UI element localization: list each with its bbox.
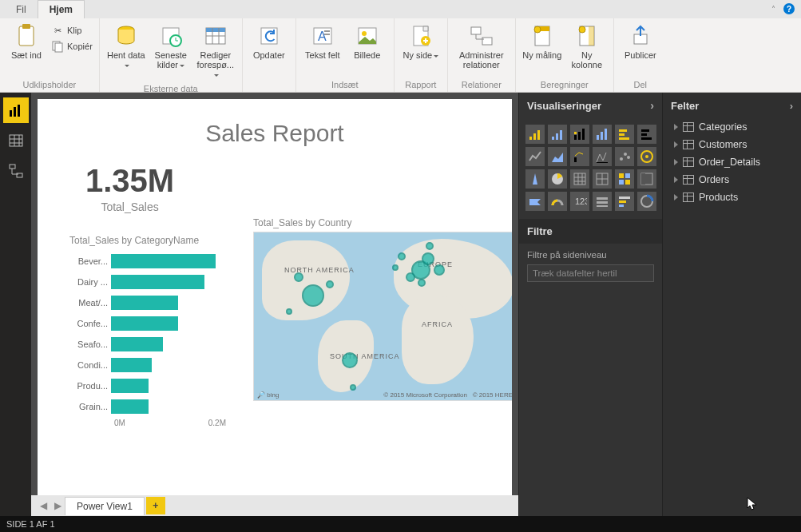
get-data-button[interactable]: Hent data — [105, 20, 148, 73]
new-measure-label: Ny måling — [522, 50, 561, 60]
collapse-fields-icon[interactable]: › — [790, 100, 793, 112]
textbox-button[interactable]: A Tekst felt — [301, 20, 344, 63]
publish-button[interactable]: Publicer — [619, 20, 662, 63]
viz-type-icon[interactable] — [570, 147, 589, 166]
map-visual[interactable]: Total_Sales by Country NORTH AMERICA EUR… — [253, 217, 512, 401]
recent-icon — [158, 23, 184, 49]
viz-type-icon[interactable] — [615, 169, 634, 189]
field-table-label: Products — [699, 192, 738, 203]
viz-type-icon[interactable] — [593, 125, 612, 144]
new-column-button[interactable]: Ny kolonne — [565, 20, 609, 73]
filters-header: Filtre — [519, 219, 662, 244]
table-icon — [683, 122, 694, 132]
refresh-icon — [256, 23, 282, 49]
viz-type-icon[interactable] — [570, 125, 589, 144]
svg-rect-0 — [19, 26, 34, 46]
svg-rect-19 — [482, 38, 492, 45]
recent-sources-button[interactable]: Seneste kilder — [149, 20, 192, 73]
viz-type-icon[interactable] — [637, 192, 656, 211]
bar-row[interactable]: Bever... — [69, 252, 237, 270]
manage-relations-button[interactable]: Administrer relationer — [453, 20, 510, 73]
svg-point-54 — [620, 157, 623, 161]
copy-button[interactable]: Kopiér — [50, 39, 94, 54]
field-table-item[interactable]: Products — [663, 189, 801, 206]
bar-chart[interactable]: Total_Sales by CategoryName Bever...Dair… — [69, 235, 237, 427]
viz-type-icon[interactable]: 123 — [570, 192, 589, 211]
kpi-label: Total_Sales — [85, 200, 174, 213]
textbox-label: Tekst felt — [305, 50, 339, 60]
bar-row[interactable]: Condi... — [69, 356, 237, 374]
viz-type-icon[interactable] — [548, 125, 567, 144]
field-table-item[interactable]: Customers — [663, 136, 801, 153]
page-tab-prev[interactable]: ◀ — [36, 500, 50, 511]
viz-type-icon[interactable] — [548, 192, 567, 211]
bar-row[interactable]: Seafo... — [69, 335, 237, 353]
viz-type-icon[interactable] — [637, 125, 656, 144]
filters-dropzone[interactable]: Træk datafelter hertil — [527, 264, 654, 282]
nav-data-view[interactable] — [3, 128, 29, 153]
bar-row[interactable]: Confe... — [69, 315, 237, 332]
collapse-ribbon-icon[interactable]: ˄ — [771, 5, 775, 14]
bar-category-label: Confe... — [69, 319, 111, 328]
cut-button[interactable]: ✂ Klip — [50, 23, 94, 38]
bar-row[interactable]: Meat/... — [69, 294, 237, 312]
svg-point-22 — [534, 26, 541, 33]
nav-model-view[interactable] — [3, 158, 29, 184]
viz-type-icon[interactable] — [615, 192, 634, 211]
field-table-item[interactable]: Categories — [663, 118, 801, 136]
left-nav — [0, 93, 31, 516]
viz-type-icon[interactable] — [593, 192, 612, 211]
bar-fill — [111, 316, 178, 331]
refresh-button[interactable]: Opdater — [248, 20, 291, 63]
help-icon[interactable]: ? — [783, 3, 795, 14]
svg-rect-64 — [619, 180, 624, 185]
kpi-value: 1.35M — [85, 163, 174, 199]
new-measure-button[interactable]: Ny måling — [521, 20, 564, 63]
viz-type-icon[interactable] — [548, 147, 567, 166]
field-table-item[interactable]: Order_Details — [663, 153, 801, 171]
page-tab[interactable]: Power View1 — [65, 497, 145, 515]
svg-rect-12 — [324, 30, 330, 32]
page-tab-next[interactable]: ▶ — [50, 500, 65, 511]
viz-type-icon[interactable] — [525, 125, 545, 144]
label-africa: AFRICA — [422, 320, 453, 328]
new-page-label: Ny side — [402, 50, 438, 60]
viz-type-icon[interactable] — [593, 169, 612, 189]
paste-button[interactable]: Sæt ind — [5, 20, 48, 63]
viz-type-icon[interactable] — [615, 147, 634, 166]
expand-icon — [674, 159, 678, 165]
bar-row[interactable]: Produ... — [69, 377, 237, 395]
bar-row[interactable]: Dairy ... — [69, 273, 237, 291]
bar-fill — [111, 337, 163, 351]
visualizations-title: Visualiseringer — [527, 100, 601, 112]
kpi-card[interactable]: 1.35M Total_Sales — [85, 163, 174, 213]
viz-type-icon[interactable] — [525, 192, 545, 211]
svg-point-55 — [624, 153, 627, 156]
new-page-button[interactable]: Ny side — [399, 20, 442, 63]
svg-rect-51 — [641, 137, 652, 140]
table-icon — [683, 193, 694, 202]
tab-file[interactable]: Fil — [5, 1, 38, 18]
image-button[interactable]: Billede — [346, 20, 389, 63]
report-canvas[interactable]: Sales Report 1.35M Total_Sales Total_Sal… — [38, 99, 512, 495]
nav-report-view[interactable] — [3, 97, 29, 123]
edit-queries-button[interactable]: Rediger forespø... — [194, 20, 237, 82]
viz-type-icon[interactable] — [593, 147, 612, 166]
viz-type-icon[interactable] — [525, 147, 545, 166]
collapse-viz-icon[interactable]: › — [650, 99, 654, 112]
bing-logo: 🔎 bing — [257, 391, 279, 399]
viz-type-icon[interactable] — [570, 169, 589, 189]
viz-type-icon[interactable] — [637, 147, 656, 166]
map-body[interactable]: NORTH AMERICA EUROPE AFRICA SOUTH AMERIC… — [253, 232, 512, 401]
field-table-item[interactable]: Orders — [663, 171, 801, 189]
add-page-button[interactable]: + — [146, 497, 165, 514]
viz-type-icon[interactable] — [615, 125, 634, 144]
tab-home[interactable]: Hjem — [38, 0, 85, 18]
viz-type-icon[interactable] — [548, 169, 567, 189]
viz-type-icon[interactable] — [637, 169, 656, 189]
viz-type-icon[interactable] — [525, 169, 545, 189]
table-icon — [683, 157, 694, 167]
bar-row[interactable]: Grain... — [69, 398, 237, 415]
svg-rect-72 — [619, 197, 630, 199]
scissors-icon: ✂ — [51, 24, 64, 37]
